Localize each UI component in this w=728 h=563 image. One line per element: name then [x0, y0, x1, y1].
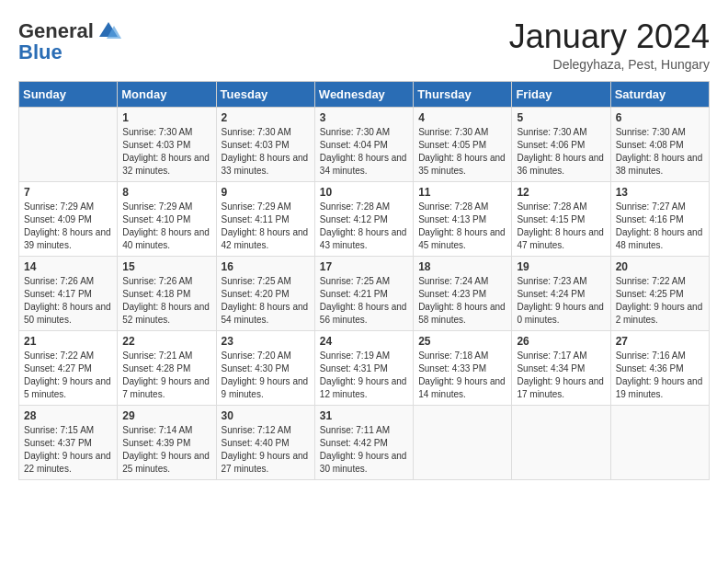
day-info: Sunrise: 7:17 AMSunset: 4:34 PMDaylight:…: [517, 350, 605, 401]
day-number: 24: [320, 335, 408, 348]
header-thursday: Thursday: [414, 81, 512, 107]
day-number: 13: [616, 186, 704, 199]
day-info: Sunrise: 7:21 AMSunset: 4:28 PMDaylight:…: [122, 350, 210, 401]
day-number: 2: [222, 111, 310, 124]
day-info: Sunrise: 7:30 AMSunset: 4:05 PMDaylight:…: [418, 126, 506, 178]
day-info: Sunrise: 7:15 AMSunset: 4:37 PMDaylight:…: [24, 424, 112, 476]
day-number: 27: [616, 335, 704, 348]
day-info: Sunrise: 7:11 AMSunset: 4:42 PMDaylight:…: [320, 424, 408, 476]
calendar-week-5: 28Sunrise: 7:15 AMSunset: 4:37 PMDayligh…: [19, 405, 710, 479]
header-tuesday: Tuesday: [216, 81, 314, 107]
day-number: 17: [320, 260, 408, 273]
day-info: Sunrise: 7:18 AMSunset: 4:33 PMDaylight:…: [418, 350, 506, 401]
day-number: 14: [24, 260, 112, 273]
calendar-cell: 20Sunrise: 7:22 AMSunset: 4:25 PMDayligh…: [610, 256, 709, 330]
calendar-cell: 18Sunrise: 7:24 AMSunset: 4:23 PMDayligh…: [414, 256, 512, 330]
day-number: 11: [418, 186, 506, 199]
calendar-cell: 11Sunrise: 7:28 AMSunset: 4:13 PMDayligh…: [414, 181, 512, 256]
day-info: Sunrise: 7:16 AMSunset: 4:36 PMDaylight:…: [616, 350, 704, 401]
day-number: 1: [122, 111, 210, 124]
day-number: 23: [222, 335, 310, 348]
day-number: 7: [24, 186, 112, 199]
day-info: Sunrise: 7:30 AMSunset: 4:08 PMDaylight:…: [616, 126, 704, 178]
header-sunday: Sunday: [19, 81, 118, 107]
day-number: 9: [222, 186, 310, 199]
calendar-cell: 8Sunrise: 7:29 AMSunset: 4:10 PMDaylight…: [118, 181, 216, 256]
calendar-cell: 10Sunrise: 7:28 AMSunset: 4:12 PMDayligh…: [314, 181, 413, 256]
calendar-week-3: 14Sunrise: 7:26 AMSunset: 4:17 PMDayligh…: [19, 256, 710, 330]
calendar-header-row: SundayMondayTuesdayWednesdayThursdayFrid…: [19, 81, 710, 107]
calendar-cell: 13Sunrise: 7:27 AMSunset: 4:16 PMDayligh…: [610, 181, 709, 256]
day-info: Sunrise: 7:19 AMSunset: 4:31 PMDaylight:…: [320, 350, 408, 401]
day-info: Sunrise: 7:26 AMSunset: 4:17 PMDaylight:…: [24, 275, 112, 327]
calendar-cell: 14Sunrise: 7:26 AMSunset: 4:17 PMDayligh…: [19, 256, 118, 330]
calendar-cell: 16Sunrise: 7:25 AMSunset: 4:20 PMDayligh…: [216, 256, 314, 330]
day-info: Sunrise: 7:22 AMSunset: 4:27 PMDaylight:…: [24, 350, 112, 401]
day-info: Sunrise: 7:20 AMSunset: 4:30 PMDaylight:…: [222, 350, 310, 401]
day-info: Sunrise: 7:12 AMSunset: 4:40 PMDaylight:…: [222, 424, 310, 476]
calendar-cell: 28Sunrise: 7:15 AMSunset: 4:37 PMDayligh…: [19, 405, 118, 479]
calendar-week-1: 1Sunrise: 7:30 AMSunset: 4:03 PMDaylight…: [19, 107, 710, 181]
calendar-cell: 2Sunrise: 7:30 AMSunset: 4:03 PMDaylight…: [216, 107, 314, 181]
day-info: Sunrise: 7:29 AMSunset: 4:09 PMDaylight:…: [24, 201, 112, 252]
calendar-cell: 19Sunrise: 7:23 AMSunset: 4:24 PMDayligh…: [512, 256, 610, 330]
calendar-cell: 22Sunrise: 7:21 AMSunset: 4:28 PMDayligh…: [118, 330, 216, 405]
page-header: General Blue January 2024 Delegyhaza, Pe…: [18, 18, 710, 72]
day-info: Sunrise: 7:29 AMSunset: 4:10 PMDaylight:…: [122, 201, 210, 252]
calendar-cell: 25Sunrise: 7:18 AMSunset: 4:33 PMDayligh…: [414, 330, 512, 405]
header-wednesday: Wednesday: [314, 81, 413, 107]
calendar-cell: 24Sunrise: 7:19 AMSunset: 4:31 PMDayligh…: [314, 330, 413, 405]
day-info: Sunrise: 7:28 AMSunset: 4:15 PMDaylight:…: [517, 201, 605, 252]
calendar-table: SundayMondayTuesdayWednesdayThursdayFrid…: [18, 81, 710, 480]
day-number: 29: [122, 409, 210, 422]
header-friday: Friday: [512, 81, 610, 107]
day-info: Sunrise: 7:28 AMSunset: 4:13 PMDaylight:…: [418, 201, 506, 252]
calendar-cell: 15Sunrise: 7:26 AMSunset: 4:18 PMDayligh…: [118, 256, 216, 330]
calendar-cell: 29Sunrise: 7:14 AMSunset: 4:39 PMDayligh…: [118, 405, 216, 479]
day-info: Sunrise: 7:25 AMSunset: 4:20 PMDaylight:…: [222, 275, 310, 327]
calendar-cell: 5Sunrise: 7:30 AMSunset: 4:06 PMDaylight…: [512, 107, 610, 181]
day-number: 28: [24, 409, 112, 422]
day-info: Sunrise: 7:29 AMSunset: 4:11 PMDaylight:…: [222, 201, 310, 252]
location: Delegyhaza, Pest, Hungary: [509, 57, 710, 72]
day-number: 16: [222, 260, 310, 273]
calendar-cell: 27Sunrise: 7:16 AMSunset: 4:36 PMDayligh…: [610, 330, 709, 405]
calendar-cell: 4Sunrise: 7:30 AMSunset: 4:05 PMDaylight…: [414, 107, 512, 181]
day-info: Sunrise: 7:22 AMSunset: 4:25 PMDaylight:…: [616, 275, 704, 327]
day-number: 22: [122, 335, 210, 348]
logo-blue: Blue: [18, 40, 63, 64]
day-info: Sunrise: 7:24 AMSunset: 4:23 PMDaylight:…: [418, 275, 506, 327]
calendar-cell: [414, 405, 512, 479]
day-number: 25: [418, 335, 506, 348]
calendar-cell: 12Sunrise: 7:28 AMSunset: 4:15 PMDayligh…: [512, 181, 610, 256]
calendar-cell: 3Sunrise: 7:30 AMSunset: 4:04 PMDaylight…: [314, 107, 413, 181]
calendar-cell: 7Sunrise: 7:29 AMSunset: 4:09 PMDaylight…: [19, 181, 118, 256]
calendar-week-4: 21Sunrise: 7:22 AMSunset: 4:27 PMDayligh…: [19, 330, 710, 405]
calendar-cell: 17Sunrise: 7:25 AMSunset: 4:21 PMDayligh…: [314, 256, 413, 330]
calendar-cell: 1Sunrise: 7:30 AMSunset: 4:03 PMDaylight…: [118, 107, 216, 181]
day-info: Sunrise: 7:30 AMSunset: 4:04 PMDaylight:…: [320, 126, 408, 178]
day-number: 19: [517, 260, 605, 273]
day-info: Sunrise: 7:30 AMSunset: 4:03 PMDaylight:…: [222, 126, 310, 178]
day-number: 5: [517, 111, 605, 124]
header-monday: Monday: [118, 81, 216, 107]
day-info: Sunrise: 7:25 AMSunset: 4:21 PMDaylight:…: [320, 275, 408, 327]
title-section: January 2024 Delegyhaza, Pest, Hungary: [509, 18, 710, 72]
calendar-cell: 31Sunrise: 7:11 AMSunset: 4:42 PMDayligh…: [314, 405, 413, 479]
day-number: 10: [320, 186, 408, 199]
calendar-cell: 9Sunrise: 7:29 AMSunset: 4:11 PMDaylight…: [216, 181, 314, 256]
calendar-cell: 30Sunrise: 7:12 AMSunset: 4:40 PMDayligh…: [216, 405, 314, 479]
day-info: Sunrise: 7:27 AMSunset: 4:16 PMDaylight:…: [616, 201, 704, 252]
logo: General Blue: [18, 18, 121, 64]
day-number: 15: [122, 260, 210, 273]
calendar-cell: 23Sunrise: 7:20 AMSunset: 4:30 PMDayligh…: [216, 330, 314, 405]
calendar-cell: [512, 405, 610, 479]
day-number: 31: [320, 409, 408, 422]
day-number: 20: [616, 260, 704, 273]
day-info: Sunrise: 7:26 AMSunset: 4:18 PMDaylight:…: [122, 275, 210, 327]
calendar-week-2: 7Sunrise: 7:29 AMSunset: 4:09 PMDaylight…: [19, 181, 710, 256]
day-number: 8: [122, 186, 210, 199]
day-info: Sunrise: 7:30 AMSunset: 4:03 PMDaylight:…: [122, 126, 210, 178]
day-info: Sunrise: 7:30 AMSunset: 4:06 PMDaylight:…: [517, 126, 605, 178]
day-number: 3: [320, 111, 408, 124]
